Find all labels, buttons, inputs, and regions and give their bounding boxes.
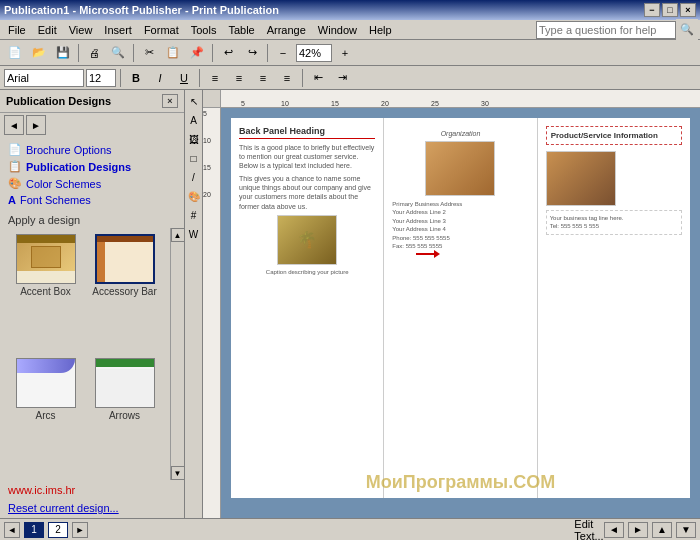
status-btn-4[interactable]: ▼ [676,522,696,538]
status-btn-2[interactable]: ► [628,522,648,538]
redo-button[interactable]: ↪ [241,42,263,64]
minimize-button[interactable]: − [644,3,660,17]
indent-increase-button[interactable]: ⇥ [331,67,353,89]
menu-file[interactable]: File [2,22,32,38]
sidebar-link-brochure-options[interactable]: 📄 Brochure Options [8,141,176,158]
print-button[interactable]: 🖨 [83,42,105,64]
panel-org-address: Primary Business Address Your Address Li… [392,200,528,250]
wordart-tool[interactable]: W [186,225,202,243]
menu-bar: File Edit View Insert Format Tools Table… [0,20,700,40]
open-button[interactable]: 📂 [28,42,50,64]
status-nav-left[interactable]: ◄ [4,522,20,538]
font-size-input[interactable] [86,69,116,87]
panel-org-name: Organization [392,130,528,137]
print-preview-button[interactable]: 🔍 [107,42,129,64]
menu-format[interactable]: Format [138,22,185,38]
design-item-accessory-bar[interactable]: Accessory Bar [87,232,162,352]
sidebar-reset[interactable]: Reset current design... [0,500,184,518]
menu-insert[interactable]: Insert [98,22,138,38]
help-search-input[interactable] [536,21,676,39]
panel-back-image: 🌴 [277,215,337,265]
sidebar-forward-button[interactable]: ► [26,115,46,135]
edit-text-button[interactable]: Edit Text... [578,519,600,541]
close-button[interactable]: × [680,3,696,17]
sidebar-link-font-schemes[interactable]: A Font Schemes [8,192,176,208]
design-item-accent-box[interactable]: Accent Box [8,232,83,352]
panel-back: Back Panel Heading This is a good place … [231,118,384,498]
sidebar-back-button[interactable]: ◄ [4,115,24,135]
underline-button[interactable]: U [173,67,195,89]
menu-table[interactable]: Table [222,22,260,38]
table-tool[interactable]: # [186,206,202,224]
sidebar-nav: ◄ ► [0,113,184,137]
align-justify-button[interactable]: ≡ [276,67,298,89]
design-item-arcs[interactable]: Arcs [8,356,83,476]
menu-arrange[interactable]: Arrange [261,22,312,38]
zoom-input[interactable] [296,44,332,62]
scroll-up-button[interactable]: ▲ [171,228,185,242]
shape-tool[interactable]: □ [186,149,202,167]
design-label-accessory-bar: Accessory Bar [92,286,156,297]
text-tool[interactable]: A [186,111,202,129]
ruler-row: 5 10 15 20 25 30 [203,90,700,108]
canvas-content: 5 10 15 20 Back Panel Heading This is a … [203,108,700,518]
page-2-button[interactable]: 2 [48,522,68,538]
left-toolbar: ↖ A 🖼 □ / 🎨 # W [185,90,203,518]
page-1-button[interactable]: 1 [24,522,44,538]
menu-tools[interactable]: Tools [185,22,223,38]
sidebar-header: Publication Designs × [0,90,184,113]
menu-help[interactable]: Help [363,22,398,38]
scroll-area[interactable]: Back Panel Heading This is a good place … [221,108,700,518]
publication-designs-icon: 📋 [8,160,22,173]
sep-3 [212,44,213,62]
design-thumb-arrows [95,358,155,408]
help-search-button[interactable]: 🔍 [676,19,698,41]
clip-art-tool[interactable]: 🎨 [186,187,202,205]
panel-org: Organization Primary Business Address Yo… [384,118,537,498]
sidebar-link-color-schemes[interactable]: 🎨 Color Schemes [8,175,176,192]
design-grid: Accent Box [0,228,170,480]
font-schemes-icon: A [8,194,16,206]
scroll-down-button[interactable]: ▼ [171,466,185,480]
status-nav-right[interactable]: ► [72,522,88,538]
sidebar-title: Publication Designs [6,95,111,107]
copy-button[interactable]: 📋 [162,42,184,64]
design-item-arrows[interactable]: Arrows [87,356,162,476]
bold-button[interactable]: B [125,67,147,89]
select-tool[interactable]: ↖ [186,92,202,110]
menu-window[interactable]: Window [312,22,363,38]
new-button[interactable]: 📄 [4,42,26,64]
zoom-in-button[interactable]: + [334,42,356,64]
design-label-accent-box: Accent Box [20,286,71,297]
format-toolbar: B I U ≡ ≡ ≡ ≡ ⇤ ⇥ [0,66,700,90]
undo-button[interactable]: ↩ [217,42,239,64]
menu-edit[interactable]: Edit [32,22,63,38]
line-tool[interactable]: / [186,168,202,186]
paste-button[interactable]: 📌 [186,42,208,64]
status-btn-3[interactable]: ▲ [652,522,672,538]
panel-back-text1: This is a good place to briefly but effe… [239,143,375,170]
align-right-button[interactable]: ≡ [252,67,274,89]
cut-button[interactable]: ✂ [138,42,160,64]
save-button[interactable]: 💾 [52,42,74,64]
sep-f1 [120,69,121,87]
sep-f3 [302,69,303,87]
status-btn-1[interactable]: ◄ [604,522,624,538]
font-family-input[interactable] [4,69,84,87]
align-center-button[interactable]: ≡ [228,67,250,89]
sidebar-close-button[interactable]: × [162,94,178,108]
sidebar-link-publication-designs[interactable]: 📋 Publication Designs [8,158,176,175]
design-thumb-accent-box [16,234,76,284]
italic-button[interactable]: I [149,67,171,89]
sidebar-scrollbar[interactable]: ▲ ▼ [170,228,184,480]
main-area: Publication Designs × ◄ ► 📄 Brochure Opt… [0,90,700,518]
align-left-button[interactable]: ≡ [204,67,226,89]
horizontal-ruler: 5 10 15 20 25 30 [221,90,700,108]
sidebar-website[interactable]: www.ic.ims.hr [0,480,184,500]
indent-decrease-button[interactable]: ⇤ [307,67,329,89]
zoom-out-button[interactable]: − [272,42,294,64]
panel-org-image [425,141,495,196]
maximize-button[interactable]: □ [662,3,678,17]
menu-view[interactable]: View [63,22,99,38]
image-tool[interactable]: 🖼 [186,130,202,148]
